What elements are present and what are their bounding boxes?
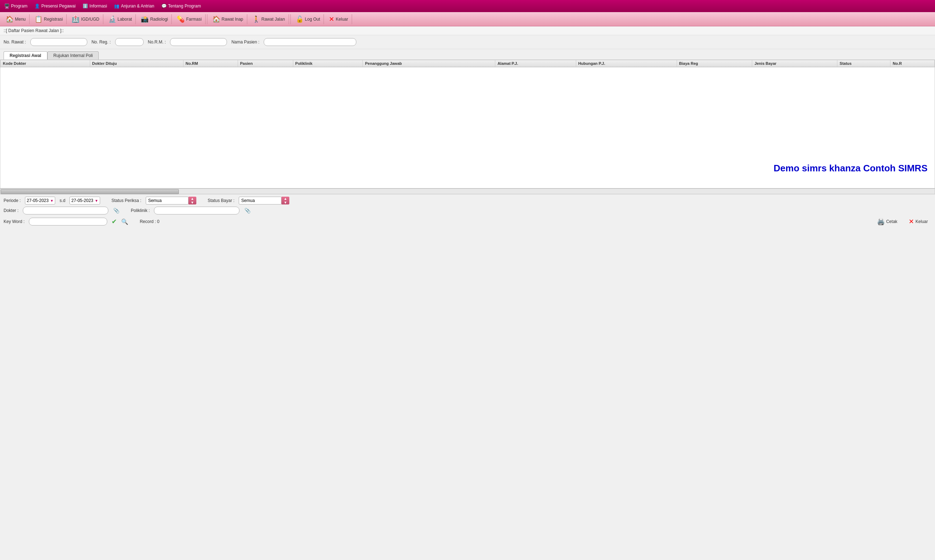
dokter-label: Dokter : [3,208,18,213]
nama-pasien-input[interactable] [264,38,356,46]
bottom-row-3: Key Word : ✔ 🔍 Record : 0 🖨️ Cetak ✕ Kel… [3,217,932,226]
page-title: ::[ Daftar Pasien Rawat Jalan ]:: [0,26,935,35]
nav-rawat-inap[interactable]: 🏠 Rawat Inap [209,14,247,24]
menu-home-icon: 🏠 [6,15,14,23]
tab-registrasi-awal[interactable]: Registrasi Awal [3,51,48,60]
menu-tentang[interactable]: 💬 Tentang Program [159,3,203,9]
keyword-input[interactable] [29,218,107,226]
top-menubar: 🖥️ Program 👤 Presensi Pegawai ℹ️ Informa… [0,0,935,12]
nav-igd-label: IGD/UGD [81,17,99,22]
nav-igd[interactable]: 🏥 IGD/UGD [68,14,103,24]
poliklinik-label: Poliklinik : [131,208,149,213]
menu-presensi[interactable]: 👤 Presensi Pegawai [32,3,78,9]
nav-registrasi[interactable]: 📋 Registrasi [31,14,67,24]
anjuran-icon: 👥 [114,3,119,9]
nav-logout[interactable]: 🔓 Log Out [292,14,324,24]
tabs-container: Registrasi Awal Rujukan Internal Poli [0,49,935,60]
cetak-icon: 🖨️ [877,218,885,226]
nav-farmasi[interactable]: 💊 Farmasi [173,14,205,24]
status-bayar-value: Semua [241,198,255,203]
poliklinik-attach-icon[interactable]: 📎 [245,208,251,213]
menu-anjuran[interactable]: 👥 Anjuran & Antrian [112,3,156,9]
col-kode-dokter: Kode Dokter [1,60,90,67]
table-container: Kode Dokter Dokter Dituju No.RM Pasien P… [0,60,935,67]
no-reg-input[interactable] [115,38,143,46]
col-norm: No.RM [183,60,238,67]
check-icon[interactable]: ✔ [111,218,117,226]
nav-radiologi[interactable]: 📸 Radiologi [137,14,172,24]
informasi-icon: ℹ️ [83,3,88,9]
nav-radiologi-label: Radiologi [150,17,168,22]
periode-from-value: 27-05-2023 [27,198,48,203]
nav-divider [207,14,207,24]
nav-rawat-jalan[interactable]: 🚶 Rawat Jalan [249,14,289,24]
col-penanggung-jawab: Penanggung Jawab [363,60,495,67]
dokter-input[interactable] [23,207,108,214]
record-info: Record : 0 [140,219,159,224]
no-rawat-label: No. Rawat : [3,40,26,45]
col-poliklinik: Poliklinik [293,60,363,67]
col-alamat-pj: Alamat P.J. [495,60,576,67]
col-biaya-reg: Biaya Reg [677,60,752,67]
content-area: Demo simrs khanza Contoh SIMRS [0,67,935,188]
no-reg-label: No. Reg. : [92,40,111,45]
keyword-label: Key Word : [3,219,25,224]
no-rm-input[interactable] [170,38,227,46]
nav-rawat-jalan-label: Rawat Jalan [262,17,285,22]
rawat-inap-icon: 🏠 [213,15,220,23]
menu-program[interactable]: 🖥️ Program [2,3,29,9]
scrollbar-thumb[interactable] [1,189,179,194]
no-rawat-input[interactable] [30,38,87,46]
nama-pasien-label: Nama Pasien : [231,40,259,45]
keluar-button[interactable]: ✕ Keluar [905,217,932,226]
periode-label: Periode : [3,198,21,203]
poliklinik-input[interactable] [154,207,239,214]
status-periksa-value: Semua [148,198,162,203]
nav-menu-label: Menu [15,17,26,22]
informasi-label: Informasi [89,3,107,9]
nav-laborat[interactable]: 🔬 Laborat [105,14,136,24]
periode-to-dropdown[interactable]: 27-05-2023 ▼ [69,197,100,205]
igd-icon: 🏥 [72,15,80,23]
nav-keluar[interactable]: ✕ Keluar [325,14,352,24]
nav-divider2 [290,14,291,24]
status-periksa-up-icon: ▲▼ [191,197,194,205]
col-jenis-bayar: Jenis Bayar [752,60,837,67]
status-bayar-btn[interactable]: ▲▼ [282,197,290,205]
tab-rujukan-internal[interactable]: Rujukan Internal Poli [48,51,99,60]
table-header-row: Kode Dokter Dokter Dituju No.RM Pasien P… [1,60,935,67]
radiologi-icon: 📸 [141,15,149,23]
status-bayar-label: Status Bayar : [208,198,234,203]
nav-menu[interactable]: 🏠 Menu [2,14,29,24]
cetak-label: Cetak [886,219,897,224]
nav-farmasi-label: Farmasi [186,17,201,22]
laborat-icon: 🔬 [108,15,116,23]
status-periksa-select[interactable]: Semua [146,197,188,205]
farmasi-icon: 💊 [177,15,185,23]
dokter-attach-icon[interactable]: 📎 [113,208,119,213]
status-periksa-wrapper: Semua ▲▼ [146,197,196,205]
periode-from-dropdown[interactable]: 27-05-2023 ▼ [25,197,55,205]
nav-logout-label: Log Out [305,17,320,22]
cetak-button[interactable]: 🖨️ Cetak [873,217,901,226]
status-periksa-btn[interactable]: ▲▼ [188,197,196,205]
nav-keluar-label: Keluar [336,17,348,22]
status-periksa-label: Status Periksa : [111,198,142,203]
status-bayar-select[interactable]: Semua [239,197,282,205]
bottom-controls: Periode : 27-05-2023 ▼ s.d 27-05-2023 ▼ … [0,194,935,231]
keluar-nav-icon: ✕ [329,15,334,23]
nav-rawat-inap-label: Rawat Inap [222,17,243,22]
rawat-jalan-icon: 🚶 [252,15,260,23]
data-table: Kode Dokter Dokter Dituju No.RM Pasien P… [0,60,935,67]
menu-informasi[interactable]: ℹ️ Informasi [80,3,109,9]
periode-sd-label: s.d [60,198,65,203]
search-icon[interactable]: 🔍 [121,218,128,225]
nav-registrasi-label: Registrasi [44,17,63,22]
presensi-icon: 👤 [35,3,40,9]
bottom-row-2: Dokter : 📎 Poliklinik : 📎 [3,207,932,214]
program-label: Program [11,3,28,9]
horizontal-scrollbar[interactable] [0,188,935,194]
demo-watermark: Demo simrs khanza Contoh SIMRS [773,163,927,174]
registrasi-icon: 📋 [35,15,42,23]
program-icon: 🖥️ [4,3,9,9]
